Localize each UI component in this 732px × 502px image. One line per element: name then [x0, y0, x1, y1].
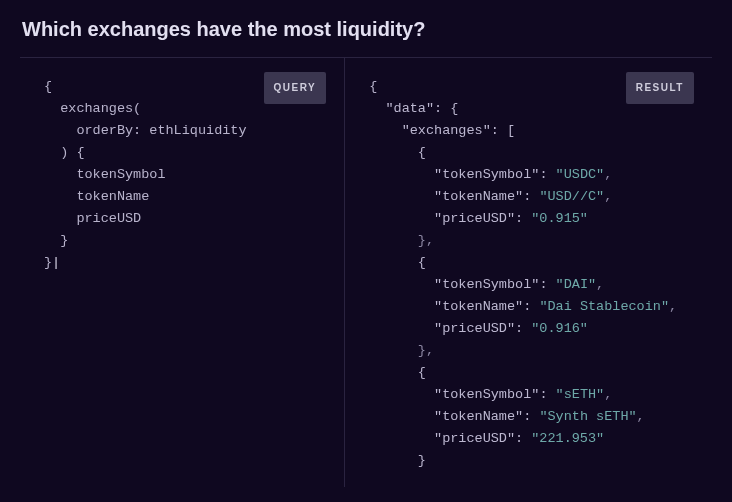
colon: :: [515, 321, 531, 336]
page-title: Which exchanges have the most liquidity?: [0, 0, 732, 57]
colon: :: [539, 167, 555, 182]
comma: ,: [604, 387, 612, 402]
json-key: "tokenName": [434, 409, 523, 424]
json-key: "tokenSymbol": [434, 387, 539, 402]
colon: :: [523, 409, 539, 424]
query-code[interactable]: { exchanges( orderBy: ethLiquidity ) { t…: [44, 76, 336, 274]
json-key: "tokenSymbol": [434, 277, 539, 292]
field: tokenSymbol: [76, 167, 165, 182]
bracket: [: [507, 123, 515, 138]
field: priceUSD: [76, 211, 141, 226]
brace: }: [60, 233, 68, 248]
func-call: exchanges(: [60, 101, 141, 116]
json-val: "sETH": [556, 387, 605, 402]
brace: },: [418, 233, 434, 248]
json-key: "priceUSD": [434, 431, 515, 446]
panes-container: QUERY { exchanges( orderBy: ethLiquidity…: [20, 57, 712, 487]
comma: ,: [604, 167, 612, 182]
colon: :: [539, 387, 555, 402]
json-key: "exchanges": [402, 123, 491, 138]
colon: :: [491, 123, 507, 138]
brace: },: [418, 343, 434, 358]
json-val: "USDC": [556, 167, 605, 182]
brace: {: [418, 365, 426, 380]
query-badge: QUERY: [264, 72, 327, 104]
brace: }: [44, 255, 52, 270]
json-val: "0.916": [531, 321, 588, 336]
json-key: "tokenName": [434, 299, 523, 314]
comma: ,: [604, 189, 612, 204]
json-key: "tokenSymbol": [434, 167, 539, 182]
brace: {: [418, 255, 426, 270]
field: tokenName: [76, 189, 149, 204]
result-code: { "data": { "exchanges": [ { "tokenSymbo…: [369, 76, 704, 472]
json-val: "DAI": [556, 277, 597, 292]
json-val: "USD//C": [539, 189, 604, 204]
colon: :: [523, 299, 539, 314]
query-pane: QUERY { exchanges( orderBy: ethLiquidity…: [20, 58, 345, 487]
comma: ,: [669, 299, 677, 314]
brace: {: [44, 79, 52, 94]
json-val: "Dai Stablecoin": [539, 299, 669, 314]
colon: :: [515, 431, 531, 446]
colon: :: [434, 101, 450, 116]
result-pane: RESULT { "data": { "exchanges": [ { "tok…: [345, 58, 712, 487]
json-val: "0.915": [531, 211, 588, 226]
brace: }: [418, 453, 426, 468]
colon: :: [539, 277, 555, 292]
brace: {: [369, 79, 377, 94]
brace: {: [418, 145, 426, 160]
arg-line: orderBy: ethLiquidity: [76, 123, 246, 138]
result-badge: RESULT: [626, 72, 694, 104]
comma: ,: [596, 277, 604, 292]
json-key: "data": [385, 101, 434, 116]
brace: {: [450, 101, 458, 116]
json-key: "priceUSD": [434, 321, 515, 336]
json-key: "tokenName": [434, 189, 523, 204]
colon: :: [523, 189, 539, 204]
comma: ,: [637, 409, 645, 424]
json-key: "priceUSD": [434, 211, 515, 226]
json-val: "Synth sETH": [539, 409, 636, 424]
colon: :: [515, 211, 531, 226]
json-val: "221.953": [531, 431, 604, 446]
close-open: ) {: [60, 145, 84, 160]
cursor: |: [52, 255, 60, 270]
